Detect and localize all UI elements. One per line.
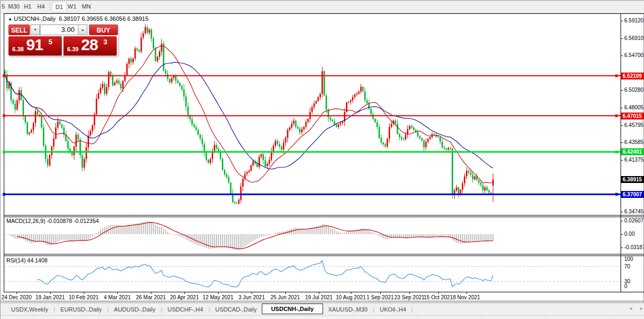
tab-ukoil-h4[interactable]: UKOil-,H4 <box>374 305 412 314</box>
tab-scroll-left-icon[interactable]: ◂ <box>630 306 632 311</box>
price-axis-tick <box>621 142 623 143</box>
time-axis-label: 10 Feb 2021 <box>69 294 99 300</box>
time-axis-label: 10 Aug 2021 <box>336 294 366 300</box>
rsi-value: 44.1408 <box>27 257 47 264</box>
status-cell-divider <box>546 316 547 319</box>
status-cell-divider <box>610 316 611 319</box>
price-axis-tick-label: 6.56910 <box>624 35 643 41</box>
time-axis-tick <box>319 292 319 294</box>
macd-values: -0.010878 -0.012354 <box>47 218 99 224</box>
sell-price-pips: 91 <box>26 36 43 54</box>
macd-label: MACD(12,26,9) -0.010878 -0.012354 <box>6 218 99 224</box>
price-axis-tick-label: 6.48005 <box>624 105 643 110</box>
rsi-axis-tick-label: 100 <box>624 256 633 262</box>
chart-title: ▲ USDCNH-,Daily 6.38107 6.39655 6.36056 … <box>8 15 149 22</box>
rsi-axis-tick-label: 70 <box>624 264 630 269</box>
price-axis-tick-label: 6.54700 <box>624 52 643 58</box>
tab-separator: | <box>412 306 413 313</box>
tab-xauusd-m30[interactable]: XAUUSD-,M30 <box>323 305 373 314</box>
collapse-arrow-icon[interactable]: ▲ <box>8 17 12 21</box>
tab-eurusd-daily[interactable]: EURUSD-,Daily <box>55 305 107 314</box>
price-badge: 6.37007 <box>621 191 644 198</box>
time-axis-label: 15 Oct 2021 <box>424 294 453 300</box>
time-axis-tick <box>218 292 219 294</box>
time-axis-tick <box>438 292 439 294</box>
buy-button[interactable]: BUY <box>89 25 118 35</box>
sell-price-tile[interactable]: 6.38 91 5 <box>9 36 62 55</box>
time-axis-tick <box>351 292 351 294</box>
price-axis-tick-label: 6.59120 <box>624 18 643 23</box>
tab-usdchf-h4[interactable]: USDCHF-,H4 <box>162 305 208 314</box>
price-badge: 6.38915 <box>621 176 644 183</box>
price-badge: 6.42401 <box>621 148 644 155</box>
symbol-tab-bar: USDX,Weekly|EURUSD-,Daily|AUDUSD-,Daily|… <box>1 302 644 315</box>
rsi-line[interactable] <box>37 261 493 287</box>
price-badge: 6.52109 <box>621 73 644 79</box>
time-axis-label: 19 Jul 2021 <box>305 294 333 300</box>
macd-axis-tick-label: -0.03187 <box>624 244 644 250</box>
time-axis-tick <box>17 292 17 294</box>
status-bar <box>1 315 644 319</box>
price-axis-tick <box>621 90 623 91</box>
time-axis-tick <box>117 292 118 294</box>
time-axis-label: 3 Jun 2021 <box>238 294 265 300</box>
time-axis-label: 19 Jan 2021 <box>35 294 65 300</box>
time-axis-tick <box>285 292 286 294</box>
price-axis-tick <box>621 108 623 108</box>
macd-axis-tick <box>621 234 623 235</box>
time-axis-tick <box>252 292 252 294</box>
price-axis-tick-label: 6.41375 <box>624 157 643 163</box>
rsi-pane <box>4 261 621 287</box>
rsi-axis-tick-label: 0 <box>624 283 627 289</box>
status-cell-divider <box>290 316 291 319</box>
status-cell-divider <box>482 316 483 319</box>
ma-fast-line[interactable] <box>5 46 493 183</box>
one-click-trading-panel: SELL ▾ 3.00 ▴ BUY 6.38 91 5 6.39 28 3 <box>9 25 118 55</box>
buy-price-pips: 28 <box>81 36 98 54</box>
status-cell-divider <box>226 316 227 319</box>
time-axis-label: 26 Mar 2021 <box>136 294 166 300</box>
time-axis-label: 24 Dec 2020 <box>2 294 32 300</box>
price-axis-tick <box>621 38 623 39</box>
price-axis-tick-label: 6.50280 <box>624 87 643 93</box>
ohlc-values: 6.38107 6.39655 6.36056 6.38915 <box>59 15 148 22</box>
price-axis-tick <box>621 160 623 161</box>
volume-input[interactable]: 3.00 <box>40 25 78 35</box>
price-axis-tick <box>621 212 623 212</box>
tab-usdx-weekly[interactable]: USDX,Weekly <box>6 305 53 314</box>
trading-terminal-window: 5M30H1H4D1W1MN ▲ USDCNH-,Daily 6.38107 6… <box>0 0 644 319</box>
time-axis-label: 8 Nov 2021 <box>453 294 480 300</box>
status-cell-divider <box>418 316 419 319</box>
price-axis-tick <box>621 125 623 126</box>
time-axis-label: 23 Sep 2021 <box>395 294 425 300</box>
tab-scroll-right-icon[interactable]: ▸ <box>640 306 643 311</box>
time-axis-tick <box>50 292 51 294</box>
price-axis-tick-label: 6.43585 <box>624 139 643 145</box>
time-axis-label: 1 Sep 2021 <box>366 294 393 300</box>
tab-usdcnh-daily[interactable]: USDCNH-,Daily <box>262 304 323 314</box>
buy-price-tile[interactable]: 6.39 28 3 <box>63 36 117 55</box>
sell-price-point: 5 <box>49 38 52 46</box>
sell-button[interactable]: SELL <box>9 25 30 35</box>
price-axis-tick-label: 6.45795 <box>624 122 643 128</box>
time-axis-label: 4 Mar 2021 <box>104 294 131 300</box>
time-axis-label: 12 May 2021 <box>203 294 234 300</box>
status-cell-divider <box>354 316 355 319</box>
tab-audusd-daily[interactable]: AUDUSD-,Daily <box>109 305 161 314</box>
status-cell-divider <box>34 316 35 319</box>
volume-increase-button[interactable]: ▴ <box>78 25 87 35</box>
macd-axis-tick <box>621 221 623 221</box>
buy-price-point: 3 <box>103 38 107 46</box>
price-badge: 6.47015 <box>621 113 644 119</box>
volume-decrease-button[interactable]: ▾ <box>30 25 40 35</box>
tab-usdcad-daily[interactable]: USDCAD-,Daily <box>210 305 262 314</box>
time-axis-tick <box>84 292 84 294</box>
macd-axis-tick-label: 0.02607 <box>624 218 643 224</box>
time-axis-label: 20 Apr 2021 <box>170 294 199 300</box>
macd-pane <box>4 221 494 250</box>
time-axis-tick <box>466 292 467 294</box>
horizontal-lines[interactable] <box>3 75 621 196</box>
macd-axis-tick <box>621 248 623 248</box>
symbol-period-label: USDCNH-,Daily <box>14 15 55 22</box>
time-axis-tick <box>184 292 185 294</box>
